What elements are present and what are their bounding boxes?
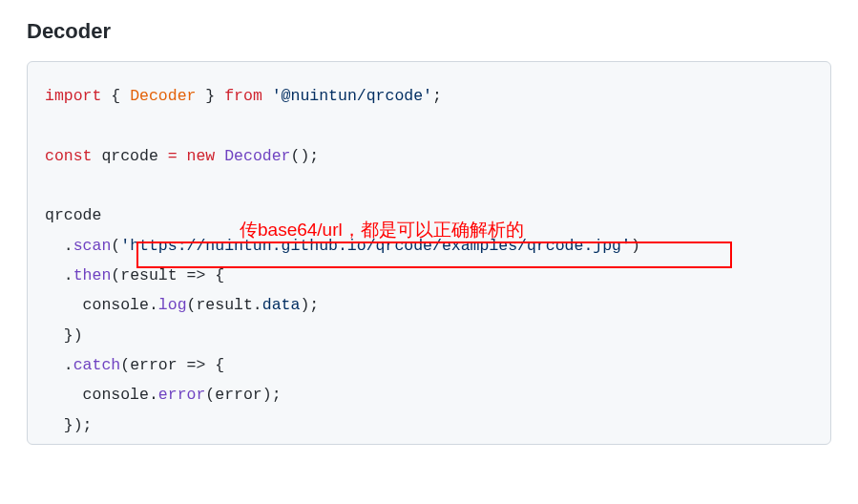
code-line: console.error(error); — [45, 380, 813, 410]
token-function: then — [73, 266, 112, 284]
token-plain: (error => { — [120, 356, 224, 374]
annotation-label: 传base64/url，都是可以正确解析的 — [240, 213, 524, 247]
token-plain: (error); — [205, 386, 281, 404]
token-plain: (result => { — [111, 266, 224, 284]
token-class: Decoder — [224, 147, 290, 165]
token-plain: ( — [111, 237, 120, 255]
token-function: catch — [73, 356, 121, 374]
token-plain: } — [196, 87, 224, 105]
token-plain: ; — [432, 87, 442, 105]
code-line: console.log(result.data); — [45, 290, 813, 320]
token-operator: = — [168, 147, 178, 165]
code-line: const qrcode = new Decoder(); — [45, 141, 813, 171]
token-plain: ); — [300, 296, 319, 314]
token-keyword: new — [187, 147, 216, 165]
code-line-blank — [45, 111, 813, 140]
token-property: data — [262, 296, 301, 314]
code-line-blank — [45, 171, 813, 200]
token-string: '@nuintun/qrcode' — [272, 87, 432, 105]
token-class: Decoder — [130, 87, 196, 105]
token-function: error — [158, 386, 206, 404]
token-keyword: import — [45, 87, 101, 105]
token-plain: (); — [290, 147, 319, 165]
token-plain: . — [45, 266, 73, 284]
token-function: scan — [73, 237, 112, 255]
token-plain: . — [45, 237, 73, 255]
token-keyword: const — [45, 147, 93, 165]
token-plain: qrcode — [93, 147, 168, 165]
token-plain: ) — [631, 237, 640, 255]
token-plain: qrcode — [45, 206, 101, 224]
token-plain — [262, 87, 272, 105]
token-plain: console. — [45, 296, 158, 314]
token-plain: (result. — [187, 296, 262, 314]
code-line: import { Decoder } from '@nuintun/qrcode… — [45, 81, 813, 111]
code-line: .then(result => { — [45, 261, 813, 290]
token-plain: console. — [45, 386, 158, 404]
token-plain — [178, 147, 187, 165]
token-keyword: from — [224, 87, 262, 105]
token-plain: . — [45, 356, 73, 374]
token-plain: }) — [45, 326, 83, 345]
token-plain: }); — [45, 416, 93, 434]
code-block: 传base64/url，都是可以正确解析的 import { Decoder }… — [27, 61, 831, 445]
code-line: .catch(error => { — [45, 350, 813, 380]
section-heading: Decoder — [27, 19, 831, 44]
code-line: }) — [45, 321, 813, 350]
token-plain — [215, 147, 224, 165]
code-line: }); — [45, 410, 813, 440]
token-function: log — [158, 296, 187, 314]
token-plain: { — [101, 87, 130, 105]
